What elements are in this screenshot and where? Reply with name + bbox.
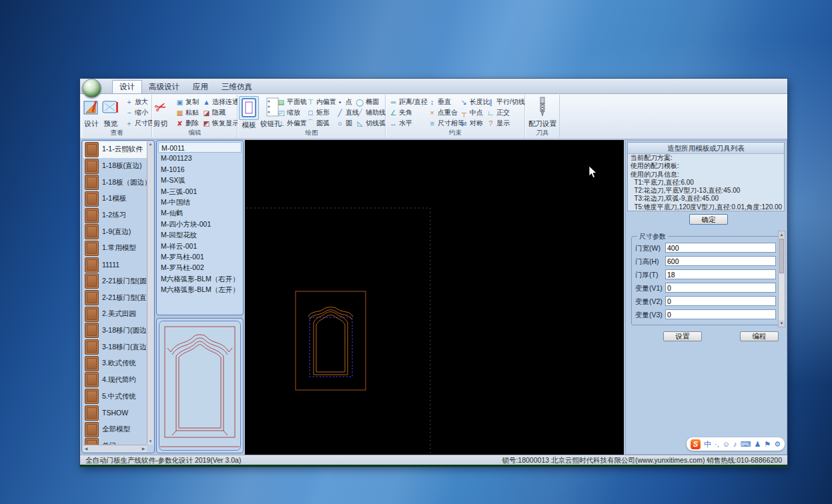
scissors-icon: ✂ bbox=[155, 96, 167, 119]
model-list-item[interactable]: M-仙鹤 bbox=[158, 207, 242, 218]
ribbon-button[interactable]: ▤ 平面铣 bbox=[277, 97, 307, 107]
settings-button[interactable]: 设置 bbox=[663, 331, 702, 341]
sidebar-item[interactable]: 1-18板（圆边） bbox=[83, 174, 147, 191]
sidebar-item[interactable]: 2-21板门型(圆边) bbox=[83, 273, 147, 290]
model-list-item[interactable]: M-SX弧 bbox=[158, 175, 242, 185]
ribbon-tab[interactable]: 三维仿真 bbox=[215, 81, 259, 93]
punctuation-icon[interactable]: ·, bbox=[715, 438, 719, 450]
person-icon[interactable]: ♟ bbox=[754, 438, 761, 450]
scroll-down-icon[interactable]: ▼ bbox=[779, 320, 785, 327]
scroll-right-icon[interactable]: ▶ bbox=[140, 445, 147, 452]
sidebar-item[interactable]: 5.中式传统 bbox=[83, 388, 147, 405]
ribbon-button[interactable]: ┬ 中点 bbox=[460, 107, 490, 118]
ribbon-button[interactable]: ⌒ 圆弧 bbox=[306, 118, 336, 129]
ribbon-button[interactable]: ◺ 切线弧 bbox=[356, 118, 386, 129]
model-list-item[interactable]: M-1016 bbox=[158, 164, 242, 175]
tools-icon[interactable]: ⚙ bbox=[774, 438, 781, 450]
sidebar-horizontal-scrollbar[interactable]: ◀ ▶ bbox=[83, 445, 147, 452]
ribbon-button[interactable]: ▣ 复制 bbox=[175, 97, 199, 107]
sidebar-vertical-scrollbar[interactable]: ▲ ▼ bbox=[147, 141, 153, 445]
scroll-left-icon[interactable]: ◀ bbox=[83, 445, 89, 452]
param-input[interactable] bbox=[665, 283, 776, 293]
model-list-item[interactable]: M-0011 bbox=[158, 142, 242, 153]
program-button[interactable]: 编程 bbox=[740, 331, 779, 341]
sidebar-item[interactable]: 1-1-云熙软件 bbox=[83, 141, 147, 158]
confirm-button[interactable]: 确定 bbox=[689, 214, 728, 225]
drawing-canvas[interactable] bbox=[245, 140, 624, 455]
ribbon-button[interactable]: ↘ 长度比 bbox=[460, 97, 490, 107]
design-button[interactable]: 设计 bbox=[83, 96, 100, 129]
keyboard-icon[interactable]: ⌨ bbox=[740, 438, 751, 450]
template-icon bbox=[239, 96, 259, 120]
sidebar-item[interactable]: 单门 bbox=[83, 437, 147, 445]
sidebar-item[interactable]: 2-21板门型(直边) bbox=[83, 289, 147, 306]
model-list-item[interactable]: M-三弧-001 bbox=[158, 186, 242, 197]
model-list-item[interactable]: M-祥云-001 bbox=[158, 241, 242, 251]
sidebar-item[interactable]: 全部模型 bbox=[83, 421, 147, 438]
param-input[interactable] bbox=[665, 296, 776, 306]
ribbon-button[interactable]: ∠ 夹角 bbox=[389, 107, 428, 118]
param-input[interactable] bbox=[665, 256, 776, 266]
sidebar-item[interactable]: 11111 bbox=[83, 257, 147, 273]
ribbon-button[interactable]: ≡ 尺寸相等 bbox=[428, 118, 464, 129]
tool-config-button[interactable]: 配刀设置 bbox=[528, 96, 556, 129]
ribbon-button[interactable]: ? 显示 bbox=[486, 118, 525, 129]
sidebar-item[interactable]: 1-1模板 bbox=[83, 191, 147, 207]
ribbon-tab[interactable]: 设计 bbox=[112, 80, 142, 93]
ribbon-button[interactable]: ═ 距离/直径 bbox=[389, 97, 428, 107]
ribbon-button[interactable]: × 点重合 bbox=[428, 107, 464, 118]
ribbon-button[interactable]: ◯ 椭圆 bbox=[356, 97, 386, 107]
chinese-mode-icon[interactable]: 中 bbox=[704, 438, 711, 450]
sidebar-item[interactable]: 3-18移门(圆边) bbox=[83, 323, 147, 339]
sidebar-item[interactable]: 1-18板(直边) bbox=[83, 158, 147, 175]
ribbon-button[interactable]: ◰ 缩放 bbox=[277, 107, 307, 118]
sidebar-item[interactable]: TSHOW bbox=[83, 405, 147, 421]
ribbon-button[interactable]: ▦ 粘贴 bbox=[175, 107, 199, 118]
params-vertical-scrollbar[interactable]: ▲ ▼ bbox=[778, 231, 785, 327]
ribbon-tab[interactable]: 高级设计 bbox=[142, 81, 186, 93]
ribbon-button[interactable]: ∥ 平行/切线 bbox=[486, 97, 525, 107]
ribbon-button[interactable]: ↔ 水平 bbox=[389, 118, 428, 129]
scrollbar-thumb[interactable] bbox=[779, 239, 784, 273]
template-button[interactable]: 模板 bbox=[239, 96, 259, 130]
application-menu-orb[interactable] bbox=[82, 79, 101, 98]
sidebar-item[interactable]: 2.美式田园 bbox=[83, 306, 147, 323]
sidebar-item[interactable]: 1.常用模型 bbox=[83, 240, 147, 257]
param-input[interactable] bbox=[665, 269, 776, 279]
model-list-item[interactable]: M-回型花纹 bbox=[158, 229, 242, 240]
sogou-logo-icon[interactable]: S bbox=[691, 439, 701, 449]
scroll-up-icon[interactable]: ▲ bbox=[779, 231, 785, 238]
model-list-item[interactable]: M-罗马柱-001 bbox=[158, 251, 242, 262]
ribbon-button[interactable]: ╱ 辅助线 bbox=[356, 107, 386, 118]
sidebar-item[interactable]: 4.现代简约 bbox=[83, 372, 147, 389]
skin-icon[interactable]: ⚑ bbox=[764, 438, 771, 450]
ribbon-tab[interactable]: 应用 bbox=[186, 81, 215, 93]
ribbon-button[interactable]: ⊤ 内偏置 bbox=[306, 97, 336, 107]
cut-button[interactable]: ✂ 剪切 bbox=[153, 96, 167, 129]
sidebar-item[interactable]: 1-9(直边) bbox=[83, 223, 147, 240]
mic-icon[interactable]: ♪ bbox=[733, 438, 737, 450]
sidebar-item[interactable]: 3-18移门(直边) bbox=[83, 339, 147, 355]
sidebar-item[interactable]: 1-2练习 bbox=[83, 207, 147, 224]
model-list-item[interactable]: M-罗马柱-002 bbox=[158, 262, 242, 273]
tool-info-line: 使用的配刀模板: bbox=[628, 162, 784, 170]
model-list-item[interactable]: M-四小方块-001 bbox=[158, 219, 242, 229]
model-list-item[interactable]: M六格弧形-BLM（左开） bbox=[158, 284, 242, 295]
preview-button[interactable]: 预览 bbox=[101, 96, 120, 129]
emoji-icon[interactable]: ☺ bbox=[723, 438, 730, 450]
door-thumbnail-icon bbox=[85, 224, 99, 239]
model-list-item[interactable]: M六格弧形-BLM（右开） bbox=[158, 273, 242, 284]
param-input[interactable] bbox=[665, 309, 776, 319]
sidebar-item[interactable]: 3.欧式传统 bbox=[83, 355, 147, 372]
scroll-up-icon[interactable]: ▲ bbox=[147, 141, 153, 147]
param-input[interactable] bbox=[665, 243, 776, 253]
model-list-item[interactable]: M-001123 bbox=[158, 153, 242, 163]
ribbon-button[interactable]: □ 矩形 bbox=[306, 107, 336, 118]
model-list-item[interactable]: M-中国结 bbox=[158, 197, 242, 207]
ribbon-button[interactable]: ⊥ 外偏置 bbox=[277, 118, 307, 129]
scroll-down-icon[interactable]: ▼ bbox=[147, 439, 153, 445]
ribbon-button[interactable]: ∟ 正交 bbox=[486, 107, 525, 118]
ribbon-button[interactable]: ↕ 垂直 bbox=[428, 97, 464, 107]
ribbon-button[interactable]: ⇄ 对称 bbox=[460, 118, 490, 129]
ribbon-button[interactable]: ✘ 删除 bbox=[175, 118, 199, 129]
